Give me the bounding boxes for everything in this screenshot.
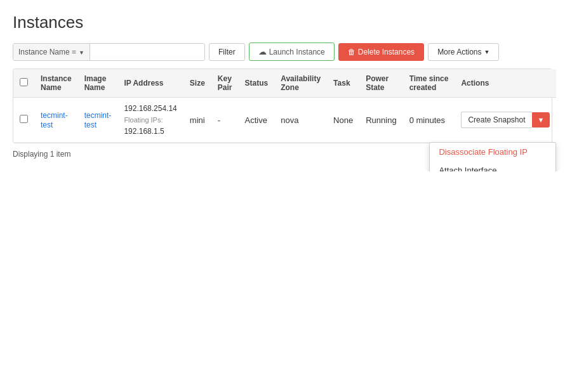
row-availability-zone: nova <box>274 98 327 143</box>
checkbox-header[interactable] <box>13 69 34 98</box>
table-header-row: InstanceName ImageName IP Address Size K… <box>13 69 556 98</box>
filter-button[interactable]: Filter <box>209 43 245 61</box>
toolbar: Instance Name = Filter ☁ Launch Instance… <box>13 42 552 61</box>
filter-label[interactable]: Instance Name = <box>13 44 90 60</box>
cloud-icon: ☁ <box>258 47 267 56</box>
row-actions: Create Snapshot▼ Disassociate Floating I… <box>455 98 556 143</box>
instances-table: InstanceName ImageName IP Address Size K… <box>13 69 556 143</box>
row-time-since-created: 0 minutes <box>403 98 455 143</box>
col-size: Size <box>183 69 211 98</box>
filter-group: Instance Name = <box>13 43 205 61</box>
col-key-pair: KeyPair <box>211 69 239 98</box>
create-snapshot-button[interactable]: Create Snapshot <box>461 112 531 128</box>
row-select-checkbox[interactable] <box>20 115 28 123</box>
delete-instances-button[interactable]: 🗑 Delete Instances <box>338 43 424 61</box>
menu-item[interactable]: Disassociate Floating IP <box>430 143 555 161</box>
row-ip-address: 192.168.254.14 Floating IPs: 192.168.1.5 <box>117 98 183 143</box>
select-all-checkbox[interactable] <box>20 78 28 86</box>
col-time-since-created: Time sincecreated <box>403 69 455 98</box>
col-ip-address: IP Address <box>117 69 183 98</box>
launch-instance-button[interactable]: ☁ Launch Instance <box>249 42 335 61</box>
more-actions-button[interactable]: More Actions ▼ <box>428 43 499 61</box>
dropdown-arrow-button[interactable]: ▼ <box>532 112 550 127</box>
row-task: None <box>327 98 359 143</box>
col-actions: Actions <box>455 69 556 98</box>
instances-table-container: InstanceName ImageName IP Address Size K… <box>13 69 552 143</box>
floating-ip-label: Floating IPs: <box>124 116 163 124</box>
more-chevron-icon: ▼ <box>484 49 490 55</box>
row-instance-name: tecmint-test <box>34 98 78 143</box>
row-checkbox[interactable] <box>13 98 34 143</box>
filter-input[interactable] <box>90 44 204 60</box>
filter-dropdown-icon <box>79 48 84 56</box>
col-availability-zone: AvailabilityZone <box>274 69 327 98</box>
row-size: mini <box>183 98 211 143</box>
row-status: Active <box>239 98 275 143</box>
trash-icon: 🗑 <box>348 48 356 56</box>
instance-link[interactable]: tecmint-test <box>41 111 68 129</box>
table-row: tecmint-test tecmint-test 192.168.254.14… <box>13 98 556 143</box>
col-status: Status <box>239 69 275 98</box>
actions-dropdown-menu: Disassociate Floating IPAttach Interface… <box>429 142 556 171</box>
row-key-pair: - <box>211 98 239 143</box>
col-image-name: ImageName <box>78 69 118 98</box>
row-power-state: Running <box>359 98 402 143</box>
image-link[interactable]: tecmint-test <box>84 111 112 129</box>
row-image-name: tecmint-test <box>78 98 118 143</box>
filter-label-text: Instance Name = <box>18 48 76 56</box>
col-task: Task <box>327 69 359 98</box>
col-power-state: PowerState <box>359 69 402 98</box>
page-title: Instances <box>13 13 552 32</box>
col-instance-name: InstanceName <box>34 69 78 98</box>
menu-item[interactable]: Attach Interface <box>430 161 555 171</box>
